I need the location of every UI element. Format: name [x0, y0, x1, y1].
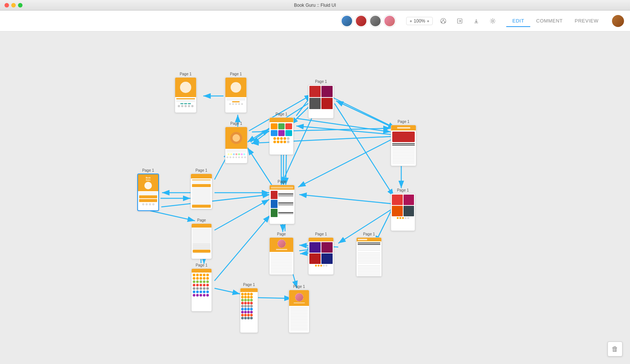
screen-label-5: Page 1 — [230, 121, 242, 126]
screen-frame-14[interactable] — [308, 237, 334, 275]
screen-label-3: Page 1 — [142, 168, 154, 172]
screen-node-11[interactable]: Page 1 — [240, 283, 258, 333]
svg-line-52 — [214, 199, 269, 230]
screen-label-16: Page 1 — [398, 120, 410, 124]
screen-frame-4[interactable] — [190, 174, 212, 209]
svg-line-5 — [443, 20, 445, 22]
svg-line-19 — [214, 288, 240, 294]
screen-frame-10[interactable] — [269, 237, 294, 275]
screen-node-5[interactable]: Page 1 — [225, 121, 248, 163]
svg-line-32 — [299, 195, 394, 204]
screen-node-15[interactable]: Page 1 — [356, 232, 382, 277]
screen-label-13: Page 1 — [315, 79, 327, 84]
screen-frame-11[interactable] — [240, 288, 258, 333]
screen-node-13[interactable]: Page 1 — [308, 79, 334, 118]
svg-line-16 — [150, 211, 195, 221]
screen-node-16[interactable]: Page 1 — [391, 120, 416, 166]
minimize-button[interactable] — [11, 3, 16, 7]
zoom-level: 100% — [414, 18, 425, 24]
edit-tab[interactable]: EDIT — [506, 15, 530, 27]
avatar-2 — [355, 15, 367, 27]
collaborator-avatars — [341, 15, 396, 27]
screen-frame-17[interactable] — [391, 193, 415, 231]
screen-frame-5[interactable] — [225, 127, 248, 163]
svg-line-50 — [297, 118, 391, 132]
zoom-control[interactable]: ● 100% ● — [406, 17, 433, 25]
screen-node-10[interactable]: Page — [269, 232, 294, 275]
trash-icon: 🗑 — [612, 345, 618, 353]
screen-frame-7[interactable] — [191, 268, 212, 312]
svg-line-24 — [332, 97, 396, 128]
screen-node-4[interactable]: Page 1 — [190, 168, 212, 209]
window-controls[interactable] — [4, 3, 22, 7]
svg-line-20 — [250, 129, 269, 142]
screen-label-4: Page 1 — [195, 168, 207, 172]
screen-node-6[interactable]: Page — [191, 218, 212, 259]
screen-node-7[interactable]: Page 1 — [191, 263, 212, 312]
window-title: Book Guru :: Fluid UI — [294, 3, 336, 8]
screen-label-6: Page — [197, 218, 206, 222]
avatar-3 — [369, 15, 381, 27]
screen-node-8[interactable]: Page 1 — [269, 112, 294, 155]
screen-frame-16[interactable] — [391, 125, 416, 166]
share-icon[interactable] — [437, 15, 449, 27]
screen-label-2: Page 1 — [230, 72, 242, 76]
screen-frame-8[interactable] — [269, 117, 294, 155]
screen-frame-12[interactable] — [289, 290, 309, 333]
screen-label-12: Page 1 — [293, 285, 305, 289]
zoom-increase-icon[interactable]: ● — [427, 18, 429, 24]
comment-tab[interactable]: COMMENT — [530, 15, 569, 27]
view-nav: EDIT COMMENT PREVIEW — [506, 15, 604, 27]
maximize-button[interactable] — [18, 3, 22, 7]
avatar-1 — [341, 15, 353, 27]
avatar-4 — [384, 15, 396, 27]
screen-label-10: Page — [277, 232, 286, 236]
svg-line-48 — [161, 195, 270, 207]
canvas[interactable]: Page 1 — [0, 31, 630, 364]
svg-point-0 — [441, 18, 446, 24]
svg-line-30 — [336, 101, 398, 130]
screen-node-3[interactable]: Page 1 BookGuru — [137, 168, 159, 211]
svg-line-39 — [248, 148, 272, 185]
screen-node-2[interactable]: Page 1 — [225, 72, 247, 113]
svg-line-27 — [296, 126, 393, 135]
user-avatar[interactable] — [612, 15, 624, 27]
screen-frame-9[interactable] — [269, 185, 295, 224]
screen-node-9[interactable]: Page — [269, 180, 295, 224]
settings-icon[interactable] — [487, 15, 499, 27]
svg-line-54 — [258, 298, 292, 298]
export-icon[interactable] — [454, 15, 466, 27]
close-button[interactable] — [4, 3, 9, 7]
screen-label-7: Page 1 — [196, 263, 208, 267]
screen-node-14[interactable]: Page 1 — [308, 232, 334, 275]
screen-node-12[interactable]: Page 1 — [289, 285, 309, 333]
titlebar: Book Guru :: Fluid UI — [0, 0, 630, 10]
zoom-decrease-icon[interactable]: ● — [410, 18, 412, 24]
svg-line-53 — [214, 215, 270, 281]
screen-label-15: Page 1 — [363, 232, 375, 236]
screen-node-17[interactable]: Page 1 — [391, 188, 415, 231]
screen-label-1: Page 1 — [180, 72, 192, 76]
svg-point-9 — [492, 20, 494, 22]
preview-tab[interactable]: PREVIEW — [569, 15, 604, 27]
screen-label-14: Page 1 — [315, 232, 327, 236]
svg-line-26 — [334, 103, 394, 196]
download-icon[interactable] — [470, 15, 482, 27]
screen-label-17: Page 1 — [397, 188, 409, 192]
screen-frame-13[interactable] — [308, 85, 334, 118]
screen-frame-15[interactable] — [356, 237, 382, 277]
svg-line-21 — [252, 131, 269, 144]
screen-label-11: Page 1 — [243, 283, 255, 287]
screen-label-9: Page — [278, 180, 286, 184]
screen-frame-1[interactable] — [175, 77, 196, 113]
svg-line-28 — [298, 138, 394, 187]
screen-node-1[interactable]: Page 1 — [175, 72, 196, 113]
toolbar: ● 100% ● EDIT — [0, 10, 630, 31]
screen-frame-6[interactable] — [191, 223, 212, 259]
screen-label-8: Page 1 — [276, 112, 288, 116]
screen-frame-3[interactable]: BookGuru — [137, 174, 159, 211]
trash-button[interactable]: 🗑 — [608, 342, 622, 357]
screen-frame-2[interactable] — [225, 77, 247, 113]
svg-line-4 — [442, 20, 443, 22]
